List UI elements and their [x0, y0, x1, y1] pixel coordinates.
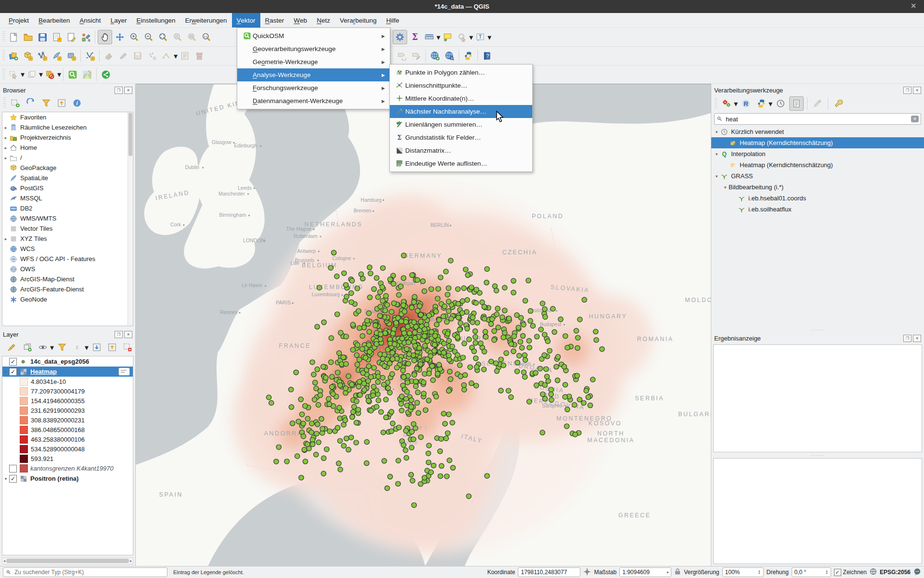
submenu-item-grundstatistik-f-r-felder[interactable]: ΣGrundstatistik für Felder… — [390, 131, 532, 144]
osm-map-icon[interactable] — [80, 68, 94, 81]
window-close-icon[interactable]: ✕ — [911, 2, 916, 10]
browser-item-arcgis-map-dienst[interactable]: ArcGIS-Map-Dienst — [2, 274, 133, 284]
browser-item-wcs[interactable]: WCS — [2, 244, 133, 254]
menu-raster[interactable]: Raster — [260, 13, 289, 27]
processing-item-k-rzlich-verwendet[interactable]: ▾Kürzlich verwendet — [711, 126, 924, 137]
vertex-tool-icon[interactable] — [160, 49, 173, 63]
r-scripts-icon[interactable]: R — [739, 97, 753, 110]
text-annotation-icon[interactable]: T — [474, 30, 487, 44]
overlap-tool-dropdown-icon[interactable]: ▾ — [57, 70, 61, 79]
render-checkbox[interactable]: ✓Zeichnen — [834, 569, 867, 576]
locator-search[interactable]: 🔍︎ — [3, 567, 167, 577]
delete-selected-icon[interactable] — [192, 49, 206, 63]
select-features-dropdown-icon[interactable]: ▾ — [21, 70, 25, 79]
layer-checkbox[interactable]: ✓ — [9, 368, 17, 376]
filter-legend-icon[interactable] — [55, 341, 69, 354]
data-source-manager-icon[interactable] — [7, 49, 20, 63]
new-virtual-layer-icon[interactable]: * — [64, 49, 78, 63]
menu-web[interactable]: Web — [289, 13, 312, 27]
browser-item-mssql[interactable]: MSSQL — [2, 193, 133, 203]
browser-item-r-umliche-lesezeichen[interactable]: ▸Räumliche Lesezeichen — [2, 122, 133, 132]
open-project-icon[interactable] — [21, 30, 35, 44]
menu-item-geoverarbeitungswerkzeuge[interactable]: Geoverarbeitungswerkzeuge▶ — [237, 42, 390, 55]
vertex-tool-dropdown-icon[interactable]: ▾ — [174, 52, 178, 61]
browser-item-ows[interactable]: OWS — [2, 264, 133, 274]
new-geopackage-icon[interactable]: * — [21, 49, 35, 63]
browser-item-arcgis-feature-dienst[interactable]: ArcGIS-Feature-Dienst — [2, 284, 133, 294]
open-layer-styling-icon[interactable] — [5, 341, 19, 354]
menu-layer[interactable]: Layer — [106, 13, 132, 27]
layer-horizontal-scrollbar[interactable]: ◂▸ — [2, 557, 133, 565]
legend-value-row[interactable]: 4.80341e-10 — [2, 377, 133, 386]
new-shapefile-icon[interactable]: * — [36, 49, 49, 63]
menu-item-datenmanagement-werkzeuge[interactable]: Datenmanagement-Werkzeuge▶ — [237, 94, 390, 107]
layout-manager-icon[interactable] — [64, 30, 78, 44]
submenu-item-mittlere-koordinate-n[interactable]: Mittlere Koordinate(n)… — [390, 92, 532, 105]
edit-in-place-icon[interactable] — [811, 97, 824, 110]
options-wrench-icon[interactable] — [832, 97, 845, 110]
submenu-item-linienschnittpunkte[interactable]: Linienschnittpunkte… — [390, 79, 532, 92]
menu-hilfe[interactable]: Hilfe — [381, 13, 404, 27]
pan-to-selection-icon[interactable] — [113, 30, 127, 44]
collapse-all-icon[interactable] — [55, 96, 68, 110]
submenu-item-punkte-in-polygon-z-hlen[interactable]: Punkte in Polygon zählen… — [390, 66, 532, 79]
processing-item-i-eb-soilheatflux[interactable]: i.eb.soilheatflux — [711, 204, 924, 215]
processing-item-bildbearbeitung-i[interactable]: ▾Bildbearbeitung (i.*) — [711, 182, 924, 193]
browser-item-geopackage[interactable]: GeoPackage — [2, 163, 133, 173]
new-project-icon[interactable] — [7, 30, 20, 44]
crs-value[interactable]: EPSG:2056 — [880, 569, 911, 576]
crs-globe-icon[interactable] — [870, 568, 877, 577]
menu-vektor[interactable]: Vektor — [232, 13, 260, 27]
legend-value-row[interactable]: 77.2097300004179 — [2, 386, 133, 396]
log-view-icon[interactable] — [789, 96, 804, 111]
current-edits-icon[interactable] — [102, 49, 116, 63]
submenu-item-n-chster-nachbaranalyse[interactable]: Nächster Nachbaranalyse… — [390, 105, 532, 118]
results-float-icon[interactable]: ❐ — [903, 335, 911, 342]
submenu-item-distanzmatrix[interactable]: Distanzmatrix… — [390, 144, 532, 157]
zoom-to-selection-icon[interactable] — [171, 30, 184, 44]
clear-search-icon[interactable]: ✕ — [911, 116, 919, 122]
python-scripts-icon[interactable] — [755, 97, 768, 110]
new-print-layout-icon[interactable]: * — [50, 30, 64, 44]
properties-info-icon[interactable]: i — [70, 96, 84, 110]
filter-expression-icon[interactable]: ε — [71, 341, 84, 354]
models-gears-dropdown-icon[interactable]: ▾ — [734, 99, 738, 108]
processing-item-heatmap-kerndichtensch-tzung[interactable]: Heatmap (Kerndichtenschätzung) — [711, 137, 924, 148]
menu-bearbeiten[interactable]: Bearbeiten — [34, 13, 75, 27]
processing-search-input[interactable] — [725, 115, 911, 123]
remove-layer-icon[interactable] — [121, 341, 134, 354]
add-layer-dashed-icon[interactable] — [9, 96, 22, 110]
pan-map-icon[interactable] — [98, 30, 112, 44]
toggle-editing-icon[interactable] — [116, 49, 130, 63]
style-manager-icon[interactable]: a — [79, 30, 92, 44]
metasearch-add-icon[interactable] — [428, 49, 442, 63]
menu-item-quickosm[interactable]: QuickOSM▶ — [237, 29, 390, 42]
scale-combo[interactable]: 1:9094609▾ — [619, 567, 671, 577]
history-clock-icon[interactable] — [774, 97, 787, 110]
processing-item-heatmap-kerndichtensch-tzung[interactable]: Heatmap (Kerndichtenschätzung) — [711, 159, 924, 171]
layer-close-icon[interactable]: ✕ — [124, 331, 132, 338]
label-edit-icon[interactable] — [410, 49, 423, 63]
zoom-out-icon[interactable] — [142, 30, 155, 44]
python-console-icon[interactable] — [462, 49, 475, 63]
processing-gear-icon[interactable] — [393, 30, 407, 44]
run-feature-action-icon[interactable] — [455, 30, 469, 44]
processing-item-i-eb-hsebal01-coords[interactable]: i.eb.hsebal01.coords — [711, 193, 924, 204]
browser-item-vector-tiles[interactable]: Vector Tiles — [2, 223, 133, 234]
browser-item-home[interactable]: ▸Home — [2, 143, 133, 153]
zoom-to-layer-icon[interactable] — [185, 30, 199, 44]
layer-row-kantonsgrenzen-k4kant19970[interactable]: kantonsgrenzen K4kant19970 — [2, 463, 133, 473]
layer-row-positron-retina[interactable]: ▾✓Positron (retina) — [2, 473, 133, 484]
browser-item-spatialite[interactable]: SpatiaLite — [2, 173, 133, 183]
layer-row-14c-data-epsg2056[interactable]: ✓14c_data_epsg2056 — [2, 356, 133, 367]
zoom-last-icon[interactable]: 1:1 — [200, 30, 213, 44]
processing-close-icon[interactable]: ✕ — [913, 87, 921, 94]
magnifier-input[interactable]: 100%▲▼ — [722, 567, 764, 577]
menu-item-geometrie-werkzeuge[interactable]: Geometrie-Werkzeuge▶ — [237, 55, 390, 68]
quickosm-icon[interactable] — [66, 68, 79, 81]
browser-item-wfs-ogc-api-features[interactable]: VWFS / OGC API - Features — [2, 254, 133, 264]
new-spatialite-icon[interactable]: * — [50, 49, 64, 63]
deselect-features-icon[interactable] — [25, 68, 38, 81]
python-scripts-dropdown-icon[interactable]: ▾ — [769, 99, 772, 108]
select-features-icon[interactable] — [7, 68, 20, 81]
